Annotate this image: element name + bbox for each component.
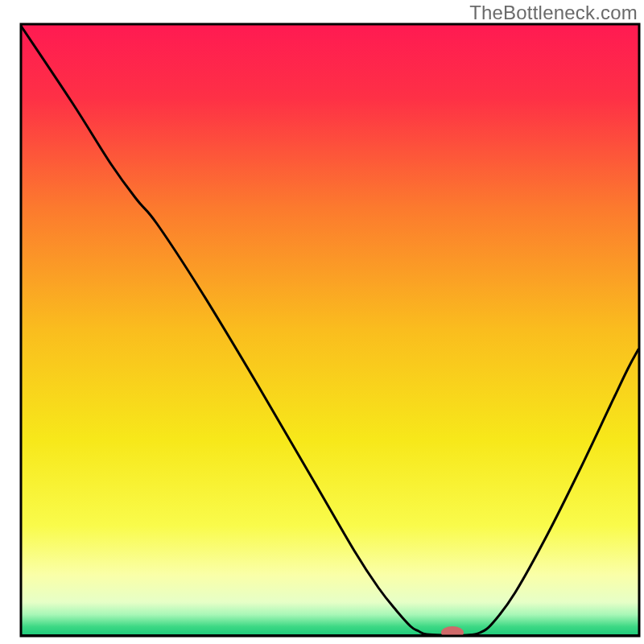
optimal-point-marker <box>441 626 464 639</box>
gradient-background <box>21 24 639 636</box>
bottleneck-chart: TheBottleneck.com <box>0 0 644 644</box>
chart-svg <box>0 0 644 644</box>
watermark-text: TheBottleneck.com <box>469 2 638 24</box>
